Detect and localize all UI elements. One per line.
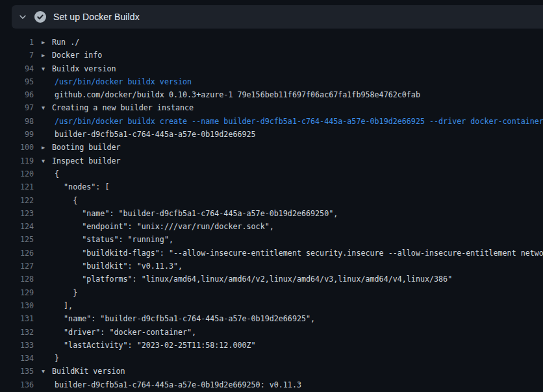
log-text: "name": "builder-d9cfb5a1-c764-445a-a57e… [52,207,543,220]
log-line: 132 "driver": "docker-container", [0,326,543,339]
group-marker-icon [42,167,52,180]
log-text: "endpoint": "unix:///var/run/docker.sock… [52,220,543,233]
group-marker-icon [42,115,52,128]
line-number[interactable]: 130 [0,299,34,312]
log-line: 120 { [0,167,543,180]
line-number[interactable]: 123 [0,207,34,220]
chevron-down-icon[interactable] [18,12,28,22]
group-marker-icon [42,339,52,352]
log-line[interactable]: 119 ▼ Inspect builder [0,154,543,167]
log-line: 126 "buildkitd-flags": "--allow-insecure… [0,247,543,260]
line-number[interactable]: 126 [0,247,34,260]
line-number[interactable]: 136 [0,378,34,391]
line-number[interactable]: 96 [0,88,34,101]
group-marker-icon [42,326,52,339]
log-line[interactable]: 100 ▶ Booting builder [0,141,543,154]
log-text: "nodes": [ [52,180,543,193]
group-marker-icon [42,352,52,365]
log-text: } [52,286,543,299]
log-line[interactable]: 7 ▶ Docker info [0,49,543,62]
line-number[interactable]: 127 [0,260,34,273]
log-line: 122 { [0,194,543,207]
log-line: 121 "nodes": [ [0,180,543,193]
line-number[interactable]: 124 [0,220,34,233]
log-line: 96 github.com/docker/buildx 0.10.3+azure… [0,88,543,101]
log-text: ], [52,299,543,312]
step-header[interactable]: Set up Docker Buildx [12,5,543,29]
line-number[interactable]: 7 [0,49,34,62]
line-number[interactable]: 128 [0,273,34,286]
log-line: 130 ], [0,299,543,312]
log-line[interactable]: 94 ▼ Buildx version [0,62,543,75]
log-line: 136 builder-d9cfb5a1-c764-445a-a57e-0b19… [0,378,543,391]
log-text: /usr/bin/docker buildx version [52,75,543,88]
line-number[interactable]: 1 [0,36,34,49]
log-line: 129 } [0,286,543,299]
group-marker-icon[interactable]: ▼ [42,365,52,378]
group-marker-icon[interactable]: ▶ [42,141,52,154]
log-text: Booting builder [52,141,543,154]
line-number[interactable]: 134 [0,352,34,365]
line-number[interactable]: 95 [0,75,34,88]
line-number[interactable]: 100 [0,141,34,154]
log-text: "platforms": "linux/amd64,linux/amd64/v2… [52,273,543,286]
group-marker-icon [42,194,52,207]
log-text: Buildx version [52,62,543,75]
log-text: "lastActivity": "2023-02-25T11:58:12.000… [52,339,543,352]
log-text: } [52,352,543,365]
line-number[interactable]: 120 [0,167,34,180]
group-marker-icon[interactable]: ▶ [42,49,52,62]
group-marker-icon [42,273,52,286]
line-number[interactable]: 132 [0,326,34,339]
group-marker-icon [42,207,52,220]
log-text: builder-d9cfb5a1-c764-445a-a57e-0b19d2e6… [52,378,543,391]
log-line: 133 "lastActivity": "2023-02-25T11:58:12… [0,339,543,352]
line-number[interactable]: 129 [0,286,34,299]
group-marker-icon[interactable]: ▶ [42,36,52,49]
line-number[interactable]: 121 [0,180,34,193]
line-number[interactable]: 119 [0,154,34,167]
group-marker-icon [42,233,52,246]
line-number[interactable]: 98 [0,115,34,128]
log-line: 99 builder-d9cfb5a1-c764-445a-a57e-0b19d… [0,128,543,141]
log-line: 124 "endpoint": "unix:///var/run/docker.… [0,220,543,233]
group-marker-icon[interactable]: ▼ [42,154,52,167]
line-number[interactable]: 131 [0,312,34,325]
line-number[interactable]: 94 [0,62,34,75]
group-marker-icon [42,286,52,299]
line-number[interactable]: 133 [0,339,34,352]
log-line[interactable]: 135 ▼ BuildKit version [0,365,543,378]
log-text: { [52,167,543,180]
log-line: 98 /usr/bin/docker buildx create --name … [0,115,543,128]
line-number[interactable]: 135 [0,365,34,378]
log-line[interactable]: 97 ▼ Creating a new builder instance [0,101,543,114]
line-number[interactable]: 97 [0,101,34,114]
log-line: 123 "name": "builder-d9cfb5a1-c764-445a-… [0,207,543,220]
line-number[interactable]: 122 [0,194,34,207]
line-number[interactable]: 125 [0,233,34,246]
group-marker-icon [42,247,52,260]
step-title: Set up Docker Buildx [53,12,140,22]
group-marker-icon[interactable]: ▼ [42,101,52,114]
log-text: "buildkit": "v0.11.3", [52,260,543,273]
group-marker-icon [42,260,52,273]
log-text: /usr/bin/docker buildx create --name bui… [52,115,543,128]
group-marker-icon [42,299,52,312]
log-line[interactable]: 1 ▶ Run ./ [0,36,543,49]
log-text: "driver": "docker-container", [52,326,543,339]
log-text: "name": "builder-d9cfb5a1-c764-445a-a57e… [52,312,543,325]
group-marker-icon [42,128,52,141]
log-text: "status": "running", [52,233,543,246]
log-line: 134 } [0,352,543,365]
log-line: 128 "platforms": "linux/amd64,linux/amd6… [0,273,543,286]
log-line: 95 /usr/bin/docker buildx version [0,75,543,88]
log-lines: 1 ▶ Run ./ 7 ▶ Docker info 94 ▼ Buildx v… [0,29,543,391]
group-marker-icon [42,378,52,391]
group-marker-icon [42,180,52,193]
group-marker-icon[interactable]: ▼ [42,62,52,75]
line-number[interactable]: 99 [0,128,34,141]
log-text: Run ./ [52,36,543,49]
group-marker-icon [42,88,52,101]
log-line: 131 "name": "builder-d9cfb5a1-c764-445a-… [0,312,543,325]
log-text: Creating a new builder instance [52,101,543,114]
